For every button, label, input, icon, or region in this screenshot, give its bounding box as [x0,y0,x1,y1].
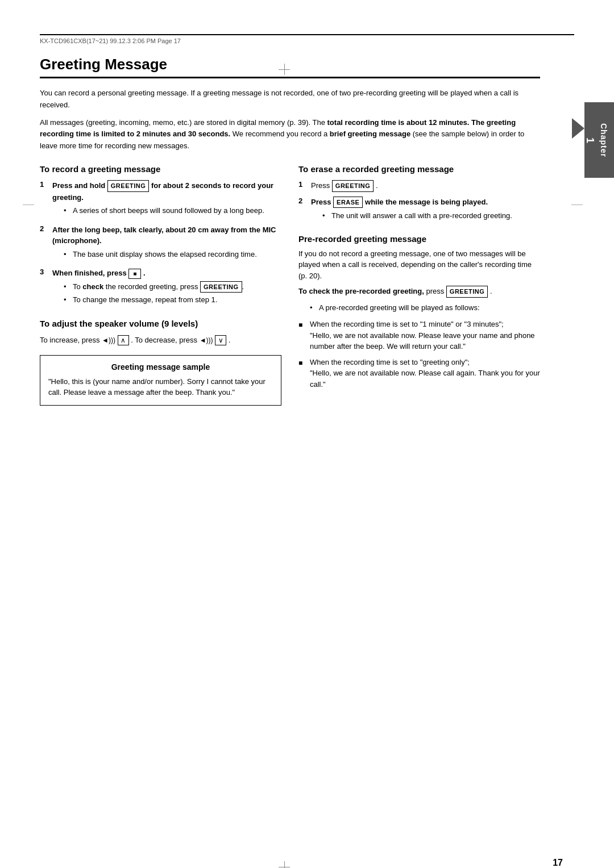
chapter-label: Chapter [599,123,608,157]
step-3-bullets: • To check the recorded greeting, press … [64,281,244,306]
down-key: ∨ [215,335,226,345]
bullet-item-change: • To change the message, repeat from ste… [64,294,244,306]
check-label: To check the pre-recorded greeting, [298,287,424,295]
sq-bullet-2: ■ When the recording time is set to "gre… [298,357,540,390]
erase-key: ERASE [333,197,363,208]
volume-section: To adjust the speaker volume (9 levels) … [40,318,281,346]
header-text: KX-TCD961CXB(17~21) 99.12.3 2:06 PM Page… [40,37,181,44]
step-2-bullets: • The base unit display shows the elapse… [64,249,281,260]
erase-step-1-num: 1 [298,180,306,192]
erase-step-1-content: Press GREETING . [311,180,378,192]
sample-box-title: Greeting message sample [48,362,273,372]
step-1-num: 1 [40,180,48,220]
chapter-tab: Chapter 1 Preparation [584,102,614,178]
chapter-number: 1 [584,137,596,143]
reg-mark-top [279,64,290,75]
pre-recorded-text: If you do not record a greeting message,… [298,248,540,282]
sq-bullet-1: ■ When the recording time is set to "1 m… [298,319,540,352]
record-heading: To record a greeting message [40,164,281,175]
bullet-item: • A series of short beeps will sound fol… [64,205,281,216]
erase-step-2-bullets: • The unit will answer a call with a pre… [322,210,512,222]
page-header: KX-TCD961CXB(17~21) 99.12.3 2:06 PM Page… [40,34,574,44]
speaker-icon-1: ◄))) [102,336,115,344]
bullet-item-prerecorded: • The unit will answer a call with a pre… [322,210,512,222]
erase-step-2-content: Press ERASE while the message is being p… [311,197,512,225]
up-key: ∧ [118,335,129,345]
sq-bullets-container: ■ When the recording time is set to "1 m… [298,319,540,390]
speaker-icon-2: ◄))) [200,336,213,344]
sample-box-text: "Hello, this is (your name and/or number… [48,376,273,398]
step-3-num: 3 [40,268,48,309]
page-title: Greeting Message [40,56,540,78]
greeting-key-check: GREETING [446,286,488,298]
prerecorded-bullet-list: • A pre-recorded greeting will be played… [310,302,540,314]
sq-bullet-icon-2: ■ [298,358,305,390]
page-number: 17 [553,858,563,868]
side-line-right [571,205,583,205]
erase-heading: To erase a recorded greeting message [298,164,540,175]
volume-heading: To adjust the speaker volume (9 levels) [40,318,281,329]
step-1: 1 Press and hold GREETING for about 2 se… [40,180,281,220]
sq-bullet-icon-1: ■ [298,320,305,352]
side-line-left [23,205,34,205]
main-content: Greeting Message You can record a person… [40,56,574,406]
pre-recorded-heading: Pre-recorded greeting message [298,234,540,244]
greeting-key-2: GREETING [200,281,242,293]
greeting-key-1: GREETING [107,180,149,192]
erase-step-2: 2 Press ERASE while the message is being… [298,197,540,225]
follows-bullet: • A pre-recorded greeting will be played… [310,302,540,314]
chapter-arrow [572,118,584,139]
step-1-content: Press and hold GREETING for about 2 seco… [52,180,281,220]
step-2-content: After the long beep, talk clearly, about… [52,224,281,264]
sample-box: Greeting message sample "Hello, this is … [40,355,281,406]
step-3: 3 When finished, press ■ . • To check th… [40,268,281,309]
reg-mark-bottom [279,861,290,868]
step-3-content: When finished, press ■ . • To check the … [52,268,244,309]
greeting-key-erase: GREETING [332,180,374,192]
col-right: To erase a recorded greeting message 1 P… [298,164,540,406]
step-1-bullets: • A series of short beeps will sound fol… [64,205,281,216]
intro-para1: You can record a personal greeting messa… [40,87,540,111]
page-container: KX-TCD961CXB(17~21) 99.12.3 2:06 PM Page… [0,34,614,868]
stop-key: ■ [128,269,141,279]
erase-step-1: 1 Press GREETING . [298,180,540,192]
bullet-item-check: • To check the recorded greeting, press … [64,281,244,293]
intro-para2: All messages (greeting, incoming, memo, … [40,117,540,152]
check-instruction: To check the pre-recorded greeting, pres… [298,286,540,298]
step-2: 2 After the long beep, talk clearly, abo… [40,224,281,264]
col-left: To record a greeting message 1 Press and… [40,164,281,406]
erase-step-2-num: 2 [298,197,306,225]
bullet-item: • The base unit display shows the elapse… [64,249,281,260]
volume-text: To increase, press ◄))) ∧ . To decrease,… [40,335,281,346]
step-2-num: 2 [40,224,48,264]
two-col-layout: To record a greeting message 1 Press and… [40,164,540,406]
